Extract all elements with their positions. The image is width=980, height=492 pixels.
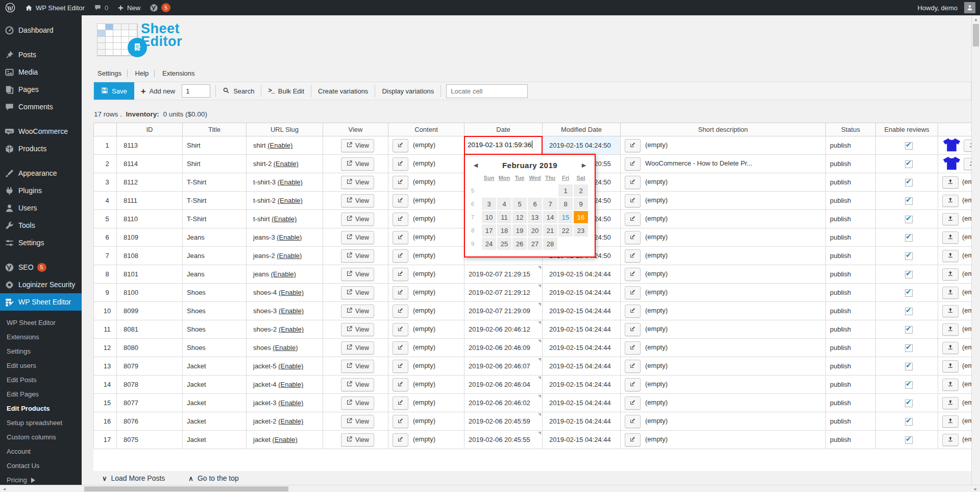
calendar-day-1[interactable]: 1 (558, 184, 573, 197)
content-cell[interactable]: (empty) (388, 302, 464, 320)
id-cell[interactable]: 8101 (117, 265, 183, 284)
edit-description-button[interactable] (625, 433, 641, 447)
sidebar-subitem-pricing[interactable]: Pricing (0, 473, 82, 485)
slug-cell[interactable]: shirt (Enable) (247, 136, 323, 155)
edit-content-button[interactable] (393, 194, 408, 207)
enable-link[interactable]: (Enable) (278, 178, 303, 186)
short-description-cell[interactable]: (empty) (621, 136, 826, 155)
sidebar-item-seo[interactable]: SEO 5 (0, 259, 82, 276)
edit-content-button[interactable] (393, 249, 408, 263)
calendar-day-27[interactable]: 27 (527, 237, 543, 250)
vertical-scrollbar[interactable]: ▲ (971, 15, 980, 485)
enable-link[interactable]: (Enable) (274, 160, 299, 168)
featured-image-cell[interactable]: (empty) (938, 265, 972, 284)
id-cell[interactable]: 8109 (117, 228, 183, 247)
edit-description-button[interactable] (625, 286, 641, 299)
view-button[interactable]: View (341, 304, 374, 318)
sidebar-item-appearance[interactable]: Appearance (0, 165, 82, 182)
calendar-day-23[interactable]: 23 (573, 224, 589, 237)
id-cell[interactable]: 8077 (117, 394, 183, 412)
title-cell[interactable]: Shoes (183, 284, 247, 302)
calendar-day-28[interactable]: 28 (543, 237, 558, 250)
edit-content-button[interactable] (393, 268, 408, 281)
view-button[interactable]: View (341, 378, 374, 391)
add-new-button[interactable]: +Add new (134, 82, 182, 100)
upload-image-button[interactable] (942, 231, 959, 244)
edit-description-button[interactable] (625, 415, 641, 428)
calendar-day-17[interactable]: 17 (481, 224, 497, 237)
content-cell[interactable]: (empty) (388, 339, 464, 357)
edit-description-button[interactable] (625, 396, 641, 410)
slug-cell[interactable]: jeans-3 (Enable) (247, 228, 323, 247)
enable-reviews-checkbox[interactable]: ✔ (905, 252, 913, 260)
modified-date-cell[interactable]: 2019-02-15 04:24:44 (543, 376, 621, 394)
edit-content-button[interactable] (393, 213, 408, 226)
edit-content-button[interactable] (393, 323, 408, 336)
upload-image-button[interactable] (942, 250, 959, 262)
featured-image-cell[interactable]: (empty) (938, 339, 972, 357)
view-button[interactable]: View (341, 415, 374, 428)
upload-image-button[interactable] (942, 415, 959, 428)
sidebar-item-wp-sheet-editor[interactable]: WP Sheet Editor (0, 293, 82, 311)
edit-content-button[interactable] (393, 360, 408, 373)
edit-description-button[interactable] (625, 231, 641, 244)
view-button[interactable]: View (341, 396, 374, 410)
content-cell[interactable]: (empty) (388, 173, 464, 192)
sidebar-item-comments[interactable]: Comments (0, 98, 82, 115)
calendar-day-6[interactable]: 6 (527, 197, 543, 210)
id-cell[interactable]: 8076 (117, 412, 183, 431)
sidebar-item-products[interactable]: Products (0, 140, 82, 157)
sidebar-item-tools[interactable]: Tools (0, 217, 82, 234)
sidebar-subitem-setup-spreadsheet[interactable]: Setup spreadsheet (0, 416, 82, 430)
enable-reviews-checkbox[interactable]: ✔ (905, 234, 913, 242)
next-month-button[interactable]: ▶ (578, 162, 590, 169)
sidebar-subitem-wp-sheet-editor[interactable]: WP Sheet Editor (0, 316, 82, 330)
upload-image-button[interactable] (942, 195, 959, 207)
content-cell[interactable]: (empty) (388, 284, 464, 302)
title-cell[interactable]: Shirt (183, 136, 247, 155)
content-cell[interactable]: (empty) (388, 210, 464, 228)
short-description-cell[interactable]: (empty) (621, 320, 826, 339)
edit-description-button[interactable] (625, 157, 641, 171)
short-description-cell[interactable]: (empty) (621, 284, 826, 302)
status-cell[interactable]: publish (826, 228, 876, 247)
id-cell[interactable]: 8099 (117, 302, 183, 320)
sidebar-item-users[interactable]: Users (0, 199, 82, 217)
enable-reviews-checkbox[interactable]: ✔ (905, 308, 913, 315)
bulk-edit-button[interactable]: >_Bulk Edit (261, 82, 311, 100)
short-description-cell[interactable]: (empty) (621, 247, 826, 265)
sidebar-subitem-account[interactable]: Account (0, 444, 82, 459)
enable-link[interactable]: (Enable) (278, 197, 303, 204)
edit-description-button[interactable] (625, 139, 641, 152)
status-cell[interactable]: publish (826, 339, 876, 357)
sidebar-item-pages[interactable]: Pages (0, 81, 82, 98)
short-description-cell[interactable]: WooCommerce - How to Delete Pr... (621, 155, 826, 173)
content-cell[interactable]: (empty) (388, 265, 464, 284)
date-cell[interactable]: 2019-02-06 20:46:02 (464, 394, 543, 412)
title-cell[interactable]: Shirt (183, 155, 247, 173)
horizontal-scroll-thumb[interactable] (84, 486, 288, 491)
enable-reviews-checkbox[interactable]: ✔ (905, 344, 913, 352)
sidebar-item-woocommerce[interactable]: Woo WooCommerce (0, 123, 82, 140)
content-cell[interactable]: (empty) (388, 412, 464, 431)
enable-reviews-checkbox[interactable]: ✔ (905, 400, 913, 407)
status-cell[interactable]: publish (826, 136, 876, 155)
modified-date-cell[interactable]: 2019-02-15 04:24:44 (543, 339, 621, 357)
load-more-posts-button[interactable]: ∨Load More Posts (102, 474, 165, 482)
upload-image-button[interactable] (942, 305, 959, 317)
new-content-menu[interactable]: New (113, 0, 145, 15)
calendar-day-11[interactable]: 11 (497, 210, 512, 224)
short-description-cell[interactable]: (empty) (621, 376, 826, 394)
calendar-day-25[interactable]: 25 (497, 237, 512, 250)
edit-description-button[interactable] (625, 341, 641, 355)
yoast-seo-menu[interactable]: 5 (145, 0, 175, 15)
short-description-cell[interactable]: (empty) (621, 394, 826, 412)
status-cell[interactable]: publish (826, 155, 876, 173)
enable-link[interactable]: (Enable) (279, 307, 304, 315)
id-cell[interactable]: 8114 (117, 155, 183, 173)
date-cell[interactable]: 2019-02-07 21:29:15 (464, 265, 543, 284)
enable-link[interactable]: (Enable) (278, 362, 303, 370)
enable-link[interactable]: (Enable) (278, 399, 303, 407)
date-cell[interactable]: 2019-02-06 20:46:07 (464, 357, 543, 376)
short-description-cell[interactable]: (empty) (621, 412, 826, 431)
